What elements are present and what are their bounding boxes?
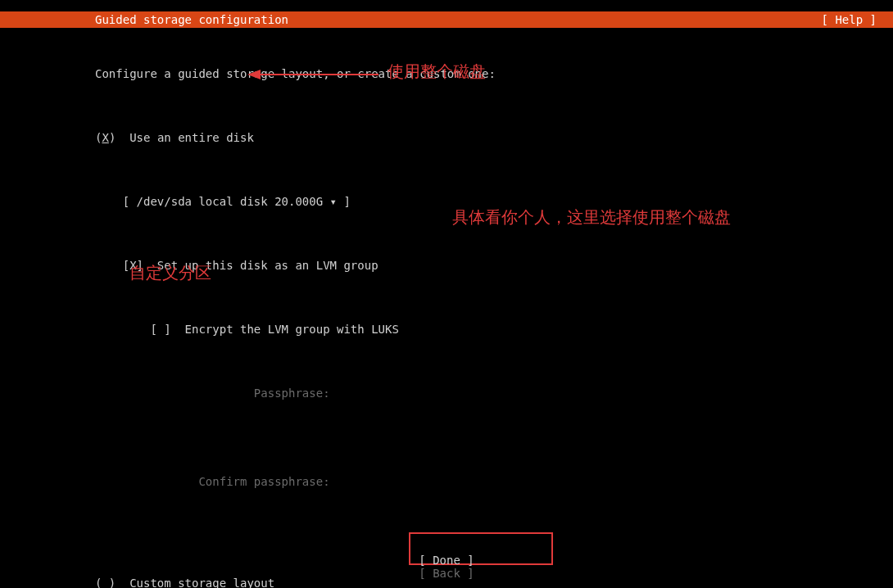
- spacer: [95, 432, 877, 443]
- header-bar: Guided storage configuration [ Help ]: [0, 11, 893, 28]
- back-button[interactable]: [ Back ]: [0, 567, 893, 580]
- done-button[interactable]: [ Done ]: [0, 554, 893, 567]
- radio-use-entire-disk[interactable]: (X) Use an entire disk: [95, 125, 877, 150]
- radio-entire-mark: X: [102, 131, 108, 144]
- checkbox-lvm-group[interactable]: [X] Set up this disk as an LVM group: [95, 253, 877, 278]
- radio-entire-label: ) Use an entire disk: [109, 131, 254, 144]
- main-content: Configure a guided storage layout, or cr…: [95, 36, 877, 588]
- help-button[interactable]: [ Help ]: [822, 13, 877, 26]
- spacer: [95, 520, 877, 531]
- confirm-passphrase-label: Confirm passphrase:: [95, 469, 877, 494]
- checkbox-encrypt-luks[interactable]: [ ] Encrypt the LVM group with LUKS: [95, 317, 877, 341]
- disk-selector[interactable]: [ /dev/sda local disk 20.000G ▾ ]: [95, 189, 877, 214]
- intro-text: Configure a guided storage layout, or cr…: [95, 62, 877, 86]
- footer-buttons: [ Done ] [ Back ]: [0, 554, 893, 580]
- passphrase-label: Passphrase:: [95, 381, 877, 405]
- page-title: Guided storage configuration: [95, 13, 288, 26]
